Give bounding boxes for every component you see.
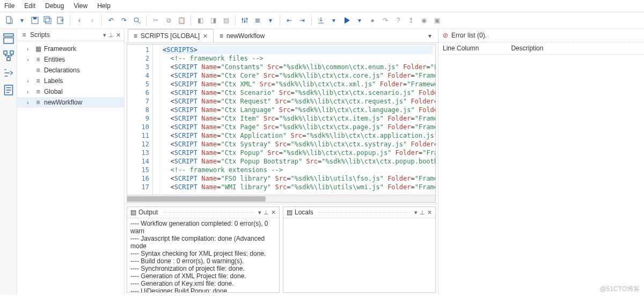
step-into-button[interactable]: ?	[392, 14, 404, 26]
outdent-button[interactable]: ⇤	[283, 14, 295, 26]
run-button[interactable]	[341, 14, 353, 26]
chevron-right-icon: ›	[27, 78, 32, 84]
scrollbar-thumb[interactable]	[127, 196, 266, 202]
tree-label: Framework	[44, 45, 76, 53]
new-file-button[interactable]	[3, 14, 15, 26]
tree-label: newWorkflow	[44, 99, 82, 106]
svg-rect-12	[4, 51, 7, 54]
rail-scripts-icon[interactable]	[2, 66, 15, 79]
fold-gutter	[153, 44, 160, 202]
locals-body[interactable]	[283, 218, 435, 292]
new-dropdown[interactable]: ▾	[16, 14, 28, 26]
tab-label: newWorkflow	[226, 32, 265, 40]
download-button[interactable]	[315, 14, 327, 26]
undo-button[interactable]: ↶	[105, 14, 117, 26]
output-icon: ▤	[130, 209, 136, 216]
panel-dropdown-icon[interactable]: ▾	[258, 209, 261, 216]
close-icon[interactable]: ✕	[203, 33, 208, 40]
tab-newworkflow[interactable]: ≡ newWorkflow	[214, 29, 270, 42]
tab-scripts-global[interactable]: ≡ SCRIPTS [GLOBAL] ✕	[128, 29, 214, 42]
next-bookmark-button[interactable]: ▤	[220, 14, 232, 26]
indent-button[interactable]: ⇥	[296, 14, 308, 26]
chevron-right-icon: ›	[27, 100, 32, 106]
panel-dropdown-icon[interactable]: ▾	[414, 209, 418, 216]
menu-edit[interactable]: Edit	[24, 2, 35, 10]
nav-back-button[interactable]: ‹	[74, 14, 85, 26]
scripts-panel-header: ≡ Scripts ▾ ⊥ ✕	[17, 29, 124, 41]
tree-item-entities[interactable]: ›≡Entities	[17, 54, 124, 65]
horizontal-scrollbar[interactable]	[127, 195, 435, 202]
scripts-tree: ›▦Framework ›≡Entities ≡Declarations ›≡L…	[17, 41, 124, 295]
step-out-button[interactable]: ↥	[405, 14, 417, 26]
record-button[interactable]: ●	[367, 14, 378, 26]
output-panel: ▤Output▾⊥✕ ---- Workflow generation comp…	[127, 206, 280, 293]
col-column[interactable]: Column	[457, 44, 479, 52]
tabs-overflow-dropdown[interactable]: ▾	[425, 32, 435, 40]
rail-projects-icon[interactable]	[2, 32, 15, 45]
run-dropdown[interactable]: ▾	[354, 14, 365, 26]
svg-point-8	[244, 21, 246, 23]
locals-title: Locals	[295, 209, 313, 216]
find-button[interactable]	[131, 14, 143, 26]
rail-structure-icon[interactable]	[2, 49, 15, 62]
tree-item-newworkflow[interactable]: ›≡newWorkflow	[17, 97, 124, 108]
tree-item-labels[interactable]: ›≡Labels	[17, 76, 124, 86]
tab-label: SCRIPTS [GLOBAL]	[141, 32, 200, 40]
output-body[interactable]: ---- Workflow generation completed: 0 er…	[127, 218, 279, 292]
svg-point-9	[246, 18, 248, 20]
scripts-panel: ≡ Scripts ▾ ⊥ ✕ ›▦Framework ›≡Entities ≡…	[17, 29, 125, 295]
step-over-button[interactable]: ↷	[379, 14, 391, 26]
menu-bar: File Edit Debug View Help	[0, 0, 644, 12]
paste-button[interactable]: 📋	[175, 14, 187, 26]
error-list-columns: Line Column Description	[438, 42, 644, 55]
panel-close-icon[interactable]: ✕	[271, 209, 276, 216]
panel-pin-icon[interactable]: ⊥	[420, 209, 425, 216]
export-button[interactable]	[55, 14, 67, 26]
svg-point-7	[242, 19, 244, 20]
error-list-panel: ⊘ Error list (0). Line Column Descriptio…	[438, 29, 644, 295]
code-editor[interactable]: 1234567891011121314151617 <SCRIPTS> <!--…	[127, 44, 436, 203]
panel-close-icon[interactable]: ✕	[116, 32, 121, 39]
panel-close-icon[interactable]: ✕	[427, 209, 432, 216]
panel-pin-icon[interactable]: ⊥	[108, 32, 114, 39]
menu-file[interactable]: File	[4, 2, 14, 10]
panel-dropdown-icon[interactable]: ▾	[103, 32, 106, 39]
menu-help[interactable]: Help	[97, 2, 111, 10]
svg-rect-13	[10, 51, 13, 54]
download-dropdown[interactable]: ▾	[328, 14, 340, 26]
prev-bookmark-button[interactable]: ◨	[207, 14, 219, 26]
scripts-panel-title: Scripts	[30, 31, 101, 39]
stop-button[interactable]: ▣	[431, 14, 443, 26]
tree-item-framework[interactable]: ›▦Framework	[17, 43, 124, 54]
filter-dropdown[interactable]: ▾	[265, 14, 276, 26]
panel-pin-icon[interactable]: ⊥	[264, 209, 269, 216]
cut-button[interactable]: ✂	[150, 14, 162, 26]
menu-view[interactable]: View	[74, 2, 87, 10]
save-all-button[interactable]	[42, 14, 54, 26]
list-icon: ≡	[34, 99, 42, 106]
copy-button[interactable]: ⧉	[163, 14, 174, 26]
col-line[interactable]: Line	[443, 44, 455, 52]
tree-item-global[interactable]: ›≡Global	[17, 86, 124, 97]
output-title: Output	[138, 209, 158, 216]
settings-button[interactable]	[239, 14, 251, 26]
script-icon: ≡	[219, 32, 223, 40]
toggle-bookmark-button[interactable]: ◧	[194, 14, 206, 26]
rail-docs-icon[interactable]	[2, 84, 15, 96]
nav-forward-button[interactable]: ›	[86, 14, 98, 26]
filter-button[interactable]: ≣	[252, 14, 264, 26]
svg-rect-11	[4, 38, 13, 44]
tree-item-declarations[interactable]: ≡Declarations	[17, 65, 124, 76]
menu-debug[interactable]: Debug	[45, 2, 64, 10]
breakpoint-button[interactable]: ◉	[418, 14, 430, 26]
grid-icon: ▦	[34, 45, 42, 53]
col-description[interactable]: Description	[511, 44, 543, 52]
line-number-gutter: 1234567891011121314151617	[127, 44, 153, 202]
redo-button[interactable]: ↷	[118, 14, 130, 26]
script-icon: ≡	[134, 32, 137, 40]
svg-rect-10	[4, 34, 13, 36]
save-button[interactable]	[29, 14, 41, 26]
tree-label: Global	[44, 88, 63, 95]
chevron-right-icon: ›	[27, 46, 32, 52]
code-area[interactable]: <SCRIPTS> <!-- framework files --> <SCRI…	[160, 44, 435, 202]
